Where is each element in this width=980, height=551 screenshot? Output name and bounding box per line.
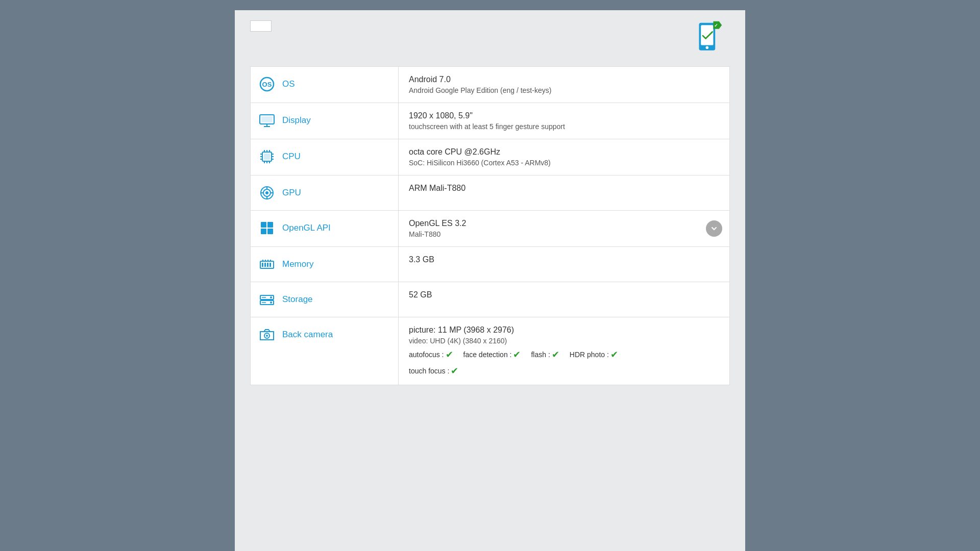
svg-text:OS: OS xyxy=(262,81,272,88)
label-text-cpu: CPU xyxy=(282,152,301,162)
value-cell-gpu: ARM Mali-T880 xyxy=(399,176,730,211)
check-label: autofocus : xyxy=(409,350,444,359)
svg-rect-37 xyxy=(262,263,263,267)
label-cell-opengl: OpenGL API xyxy=(251,211,399,247)
svg-text:✓: ✓ xyxy=(714,23,718,28)
value-cell-storage: 52 GB xyxy=(399,282,730,317)
value-cell-memory: 3.3 GB xyxy=(399,247,730,282)
svg-point-47 xyxy=(270,296,272,298)
label-text-backcamera: Back camera xyxy=(282,330,333,340)
value-cell-cpu: octa core CPU @2.6GHzSoC: HiSilicon Hi36… xyxy=(399,139,730,176)
table-row: Memory3.3 GB xyxy=(251,247,730,282)
svg-rect-10 xyxy=(261,116,273,122)
opengl-icon xyxy=(259,220,275,236)
table-row: OS OSAndroid 7.0Android Google Play Edit… xyxy=(251,67,730,103)
svg-rect-32 xyxy=(261,222,266,228)
label-text-display: Display xyxy=(282,115,311,126)
camera-checks-row1: autofocus : ✔face detection : ✔flash : ✔… xyxy=(409,349,719,360)
check-label: HDR photo : xyxy=(570,350,609,359)
camera-icon xyxy=(259,327,275,343)
svg-rect-39 xyxy=(267,263,268,267)
value-secondary: video: UHD (4K) (3840 x 2160) xyxy=(409,337,719,345)
svg-point-2 xyxy=(706,46,709,49)
table-row: GPUARM Mali-T880 xyxy=(251,176,730,211)
label-cell-display: Display xyxy=(251,103,399,139)
gpu-icon xyxy=(259,185,275,201)
table-row: Storage52 GB xyxy=(251,282,730,317)
value-primary: 52 GB xyxy=(409,290,719,299)
memory-icon xyxy=(259,256,275,272)
value-cell-backcamera: picture: 11 MP (3968 x 2976)video: UHD (… xyxy=(399,317,730,385)
svg-rect-12 xyxy=(264,154,270,160)
value-cell-os: Android 7.0Android Google Play Edition (… xyxy=(399,67,730,103)
header: ✓ xyxy=(250,20,730,56)
page-wrapper: ✓ OS OSAndroid 7.0Android Google Play Ed… xyxy=(235,10,745,551)
label-cell-os: OS OS xyxy=(251,67,399,103)
table-row: Display1920 x 1080, 5.9"touchscreen with… xyxy=(251,103,730,139)
value-cell-display: 1920 x 1080, 5.9"touchscreen with at lea… xyxy=(399,103,730,139)
label-cell-storage: Storage xyxy=(251,282,399,317)
check-label: face detection : xyxy=(463,350,512,359)
logo-icon: ✓ xyxy=(694,20,725,56)
value-primary: 3.3 GB xyxy=(409,255,719,264)
label-text-gpu: GPU xyxy=(282,188,301,198)
storage-icon xyxy=(259,291,275,308)
page-title xyxy=(250,20,272,32)
value-secondary: SoC: HiSilicon Hi3660 (Cortex A53 - ARMv… xyxy=(409,159,719,167)
camera-check-item: flash : ✔ xyxy=(531,349,559,360)
checkmark-icon: ✔ xyxy=(446,349,453,360)
results-table: OS OSAndroid 7.0Android Google Play Edit… xyxy=(250,66,730,385)
value-cell-opengl: OpenGL ES 3.2Mali-T880 xyxy=(399,211,730,247)
camera-checks-row2: touch focus : ✔ xyxy=(409,365,719,377)
value-primary: ARM Mali-T880 xyxy=(409,184,719,193)
svg-rect-35 xyxy=(267,229,273,234)
label-text-opengl: OpenGL API xyxy=(282,223,331,233)
label-cell-memory: Memory xyxy=(251,247,399,282)
os-icon: OS xyxy=(259,76,275,92)
value-primary: 1920 x 1080, 5.9" xyxy=(409,111,719,120)
camera-check-item: HDR photo : ✔ xyxy=(570,349,618,360)
expand-button[interactable] xyxy=(706,220,722,237)
table-row: OpenGL APIOpenGL ES 3.2Mali-T880 xyxy=(251,211,730,247)
svg-rect-34 xyxy=(261,229,266,234)
label-text-os: OS xyxy=(282,79,295,89)
label-cell-backcamera: Back camera xyxy=(251,317,399,385)
table-row: Back camerapicture: 11 MP (3968 x 2976)v… xyxy=(251,317,730,385)
value-primary: octa core CPU @2.6GHz xyxy=(409,147,719,157)
value-secondary: touchscreen with at least 5 finger gestu… xyxy=(409,122,719,131)
checkmark-icon: ✔ xyxy=(513,349,521,360)
check-label: touch focus : xyxy=(409,367,449,375)
table-row: CPUocta core CPU @2.6GHzSoC: HiSilicon H… xyxy=(251,139,730,176)
label-text-memory: Memory xyxy=(282,259,313,269)
label-cell-cpu: CPU xyxy=(251,139,399,176)
svg-point-52 xyxy=(266,335,268,337)
svg-point-48 xyxy=(270,302,272,304)
label-cell-gpu: GPU xyxy=(251,176,399,211)
value-secondary: Mali-T880 xyxy=(409,230,719,238)
logo-area: ✓ xyxy=(694,20,730,56)
value-primary: picture: 11 MP (3968 x 2976) xyxy=(409,325,719,335)
svg-rect-38 xyxy=(264,263,266,267)
value-primary: OpenGL ES 3.2 xyxy=(409,219,719,228)
camera-check-item: autofocus : ✔ xyxy=(409,349,453,360)
camera-check-item: touch focus : ✔ xyxy=(409,365,458,377)
svg-point-27 xyxy=(265,191,268,194)
value-secondary: Android Google Play Edition (eng / test-… xyxy=(409,86,719,94)
display-icon xyxy=(259,112,275,129)
svg-rect-33 xyxy=(267,222,273,228)
svg-rect-40 xyxy=(270,263,271,267)
checkmark-icon: ✔ xyxy=(552,349,559,360)
check-label: flash : xyxy=(531,350,550,359)
camera-check-item: face detection : ✔ xyxy=(463,349,521,360)
label-text-storage: Storage xyxy=(282,294,313,305)
checkmark-icon: ✔ xyxy=(610,349,618,360)
cpu-icon xyxy=(259,148,275,165)
value-primary: Android 7.0 xyxy=(409,75,719,84)
checkmark-icon: ✔ xyxy=(451,365,458,377)
